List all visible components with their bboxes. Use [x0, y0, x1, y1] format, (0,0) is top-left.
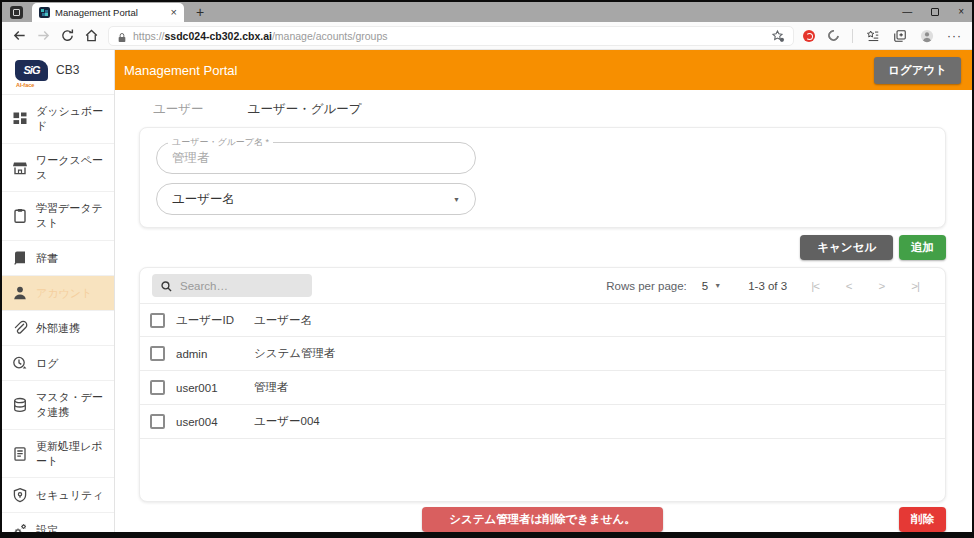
last-page-icon[interactable]: >| [911, 280, 919, 292]
add-button[interactable]: 追加 [899, 235, 946, 260]
sidebar-item[interactable]: ログ [2, 346, 114, 381]
sidebar-item-label: 学習データテスト [36, 201, 108, 231]
learning-data-test-icon [12, 208, 28, 224]
tab-users[interactable]: ユーザー [139, 101, 218, 118]
sidebar-item[interactable]: 設定 [2, 513, 114, 532]
brand-logo: SiG AI-face [15, 60, 48, 81]
sidebar-item[interactable]: ワークスペース [2, 144, 114, 193]
minimize-icon[interactable]: — [902, 7, 912, 17]
security-icon [12, 487, 28, 503]
select-all-checkbox[interactable] [150, 313, 165, 328]
dictionary-icon [12, 250, 28, 266]
browser-tab[interactable]: Management Portal × [32, 3, 184, 22]
sidebar-item[interactable]: 更新処理レポート [2, 430, 114, 479]
table-toolbar: Rows per page: 5 ▼ 1-3 of 3 |< < > >| [140, 268, 945, 303]
table-row[interactable]: admin システム管理者 [140, 337, 945, 371]
user-name-select-value: ユーザー名 [172, 191, 453, 208]
dashboard-icon [12, 111, 28, 127]
tab-user-groups[interactable]: ユーザー・グループ [234, 101, 376, 118]
sidebar-item[interactable]: マスタ・データ連携 [2, 381, 114, 430]
url-scheme: https:// [133, 30, 165, 42]
pagination: Rows per page: 5 ▼ 1-3 of 3 |< < > >| [606, 280, 919, 292]
chevron-down-icon: ▼ [714, 282, 721, 289]
row-checkbox[interactable] [150, 380, 165, 395]
sidebar-item-label: 外部連携 [36, 321, 80, 336]
sidebar-item-label: ダッシュボード [36, 104, 108, 134]
back-icon[interactable] [12, 28, 27, 43]
page-title: Management Portal [124, 63, 237, 78]
search-input[interactable] [180, 280, 290, 292]
refresh-icon[interactable] [60, 28, 75, 43]
cell-user-id: user004 [176, 416, 254, 428]
master-data-icon [12, 397, 28, 413]
table-row[interactable]: user001 管理者 [140, 371, 945, 405]
tab-close-icon[interactable]: × [171, 7, 177, 18]
browser-essentials-icon[interactable] [826, 28, 841, 43]
url-host: ssdc024-cb302.cbx.ai [165, 30, 272, 42]
app-header: Management Portal ログアウト [115, 50, 972, 90]
close-icon[interactable]: × [958, 7, 964, 17]
external-link-icon [12, 320, 28, 336]
update-report-icon [12, 446, 28, 462]
lock-icon [117, 30, 127, 42]
rows-per-page-select[interactable]: 5 ▼ [702, 280, 721, 292]
first-page-icon[interactable]: |< [811, 280, 819, 292]
chevron-down-icon: ▼ [453, 196, 460, 203]
sidebar-item[interactable]: 外部連携 [2, 311, 114, 346]
favorites-bar-icon[interactable] [866, 29, 880, 43]
tab-bar: ユーザー ユーザー・グループ [139, 92, 946, 127]
toolbar-extensions: ··· [803, 29, 962, 43]
logout-button[interactable]: ログアウト [874, 57, 961, 84]
next-page-icon[interactable]: > [879, 280, 885, 292]
maximize-icon[interactable] [931, 8, 939, 16]
main-panel: Management Portal ログアウト ユーザー ユーザー・グループ ユ… [115, 50, 972, 532]
account-icon [12, 285, 28, 301]
browser-tabstrip: Management Portal × + — × [2, 2, 972, 22]
prev-page-icon[interactable]: < [846, 280, 852, 292]
collections-icon[interactable] [893, 29, 907, 43]
search-box[interactable] [152, 274, 312, 297]
user-name-select[interactable]: ユーザー名 ▼ [156, 183, 476, 215]
form-actions: キャンセル 追加 [139, 235, 946, 260]
url-text: https://ssdc024-cb302.cbx.ai/manage/acou… [133, 30, 765, 42]
home-icon[interactable] [84, 28, 99, 43]
row-checkbox[interactable] [150, 414, 165, 429]
row-checkbox[interactable] [150, 346, 165, 361]
pagination-range: 1-3 of 3 [748, 280, 787, 292]
group-name-field[interactable]: ユーザー・グループ名 * 管理者 [156, 142, 476, 174]
cell-user-name: ユーザー004 [254, 414, 945, 429]
more-menu-icon[interactable]: ··· [947, 30, 962, 42]
toolbar-divider [852, 29, 853, 43]
favorites-star-icon[interactable] [771, 29, 785, 43]
sidebar-item-label: 設定 [36, 523, 58, 532]
sidebar-logo-row: SiG AI-face CB3 [2, 50, 114, 95]
cancel-button[interactable]: キャンセル [800, 235, 893, 260]
url-path: /manage/acounts/groups [272, 30, 388, 42]
new-tab-button[interactable]: + [196, 5, 204, 19]
app-root: SiG AI-face CB3 ダッシュボード ワークスペース [2, 50, 972, 532]
tab-title: Management Portal [55, 7, 166, 18]
sidebar-item[interactable]: 学習データテスト [2, 192, 114, 241]
sidebar-item[interactable]: セキュリティ [2, 478, 114, 513]
forward-icon[interactable] [36, 28, 51, 43]
footer-row: システム管理者は削除できません。 削除 [139, 507, 946, 532]
extension-red-icon[interactable] [803, 30, 815, 42]
sidebar-item-label: ワークスペース [36, 153, 108, 183]
sidebar-item[interactable]: アカウント [2, 276, 114, 311]
sidebar-item[interactable]: 辞書 [2, 241, 114, 276]
delete-button[interactable]: 削除 [899, 507, 946, 532]
group-name-value: 管理者 [172, 150, 460, 167]
table-row[interactable]: user004 ユーザー004 [140, 405, 945, 439]
profile-avatar[interactable] [920, 29, 934, 43]
sidebar-menu: ダッシュボード ワークスペース 学習データテスト 辞書 [2, 95, 114, 532]
product-name: CB3 [56, 63, 79, 77]
pagination-nav: |< < > >| [811, 280, 919, 292]
sidebar-item-label: セキュリティ [36, 488, 104, 503]
site-favicon [39, 7, 50, 18]
address-bar[interactable]: https://ssdc024-cb302.cbx.ai/manage/acou… [108, 26, 794, 46]
window-controls: — × [902, 2, 964, 21]
sidebar-item-label: 更新処理レポート [36, 439, 108, 469]
workspaces-icon[interactable] [10, 6, 23, 19]
sidebar-item[interactable]: ダッシュボード [2, 95, 114, 144]
content-area: ユーザー ユーザー・グループ ユーザー・グループ名 * 管理者 ユーザー名 ▼ … [115, 90, 972, 532]
